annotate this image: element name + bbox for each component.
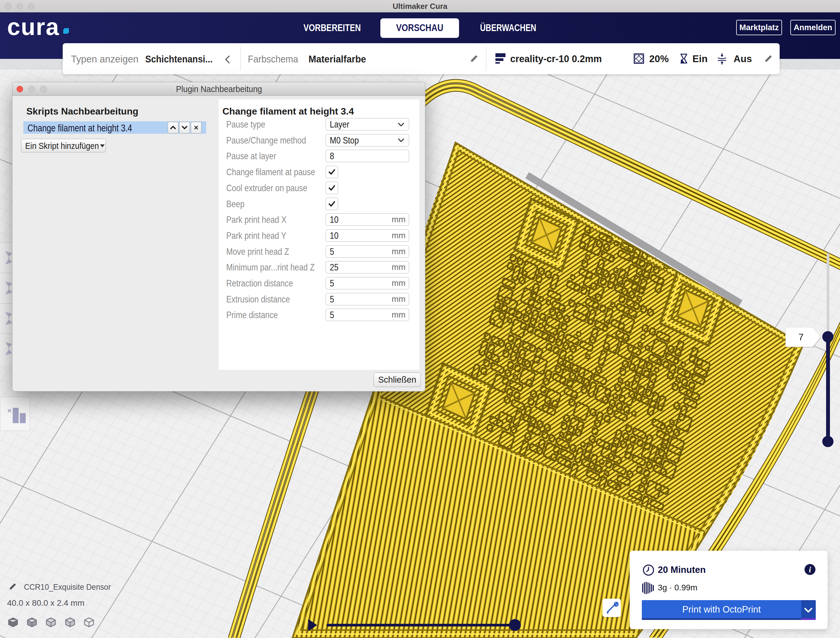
svg-text:7: 7 (798, 332, 803, 342)
